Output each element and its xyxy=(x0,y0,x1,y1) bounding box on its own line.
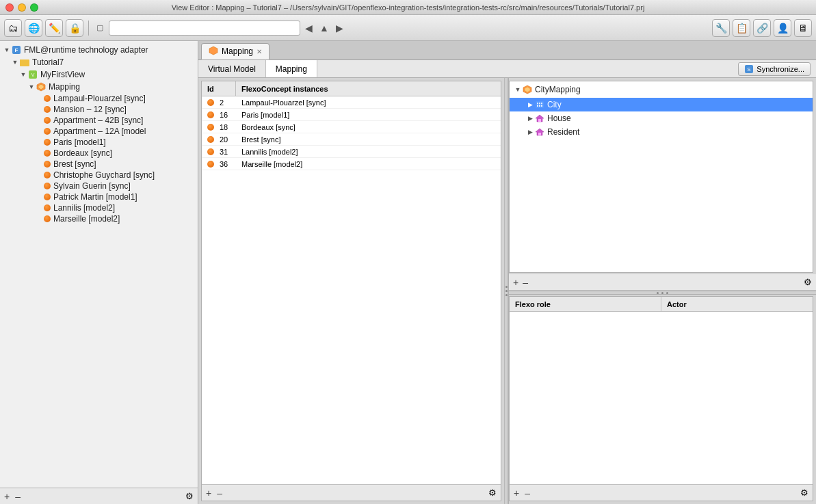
tree-item-house[interactable]: ▶ House xyxy=(510,111,813,125)
tab-close-button[interactable]: ✕ xyxy=(256,48,262,55)
cell-label: Paris [model1] xyxy=(236,111,501,119)
instance-icon xyxy=(44,215,51,222)
minimize-button[interactable] xyxy=(18,3,26,12)
right-panel: Mapping ✕ Virtual Model Mapping S Synchr… xyxy=(198,41,816,504)
tree-item-lannilis[interactable]: Lannilis [model2] xyxy=(0,202,198,213)
row-icon xyxy=(207,148,214,155)
expand-arrow[interactable]: ▶ xyxy=(526,115,534,122)
tree-item-appt42b[interactable]: Appartment – 42B [sync] xyxy=(0,115,198,126)
window-controls[interactable] xyxy=(5,3,38,12)
lower-remove-button[interactable]: – xyxy=(523,278,528,287)
tree-item-city[interactable]: ▶ City xyxy=(510,98,813,111)
tree-item-paris[interactable]: Paris [model1] xyxy=(0,137,198,148)
expand-arrow[interactable]: ▶ xyxy=(526,101,534,108)
table-row[interactable]: 2 Lampaul-Plouarzel [sync] xyxy=(202,96,501,109)
cell-id: 2 xyxy=(202,98,236,107)
table-row[interactable]: 31 Lannilis [model2] xyxy=(202,146,501,158)
drag-dot xyxy=(666,292,668,294)
panel-tabs: Virtual Model Mapping S Synchronize... xyxy=(198,60,816,78)
nav-back-button[interactable]: ◀ xyxy=(303,21,315,35)
table-row[interactable]: 36 Marseille [model2] xyxy=(202,158,501,170)
lower-table-panel: Flexo role Actor + – ⚙ xyxy=(509,296,813,501)
left-tree: ▼ F FML@runtime technology adapter ▼ xyxy=(0,41,198,488)
cell-label: Marseille [model2] xyxy=(236,160,501,168)
maximize-button[interactable] xyxy=(30,3,38,12)
tab-mapping-view[interactable]: Mapping xyxy=(266,60,317,77)
lower-gear-button[interactable]: ⚙ xyxy=(804,277,812,287)
expand-arrow[interactable]: ▶ xyxy=(526,129,534,135)
toolbar-right-btn-2[interactable]: 📋 xyxy=(733,19,750,37)
toolbar-icon-1[interactable]: 🗂 xyxy=(4,19,22,37)
tree-item-fml-adapter[interactable]: ▼ F FML@runtime technology adapter xyxy=(0,44,198,56)
instance-icon xyxy=(44,183,51,189)
tree-item-sylvain[interactable]: Sylvain Guerin [sync] xyxy=(0,181,198,191)
row-icon xyxy=(207,161,214,168)
left-gear-button[interactable]: ⚙ xyxy=(185,491,194,501)
toolbar-right-btn-1[interactable]: 🔧 xyxy=(712,19,730,37)
window-title: View Editor : Mapping – Tutorial7 – /Use… xyxy=(172,3,645,12)
tree-item-bordeaux[interactable]: Bordeaux [sync] xyxy=(0,148,198,159)
tab-virtual-model[interactable]: Virtual Model xyxy=(198,60,266,77)
table-remove-button[interactable]: – xyxy=(217,488,222,498)
left-panel: ▼ F FML@runtime technology adapter ▼ xyxy=(0,41,198,504)
drag-dot xyxy=(657,292,659,294)
tree-item-marseille[interactable]: Marseille [model2] xyxy=(0,213,198,224)
close-button[interactable] xyxy=(5,3,14,12)
expand-arrow[interactable]: ▼ xyxy=(514,86,522,93)
tab-mapping-icon xyxy=(209,46,218,57)
row-icon xyxy=(207,99,214,106)
tree-item-tutorial7[interactable]: ▼ Tutorial7 xyxy=(0,56,198,68)
citymapping-icon xyxy=(522,84,533,95)
table-row[interactable]: 20 Brest [sync] xyxy=(202,133,501,146)
left-add-button[interactable]: + xyxy=(4,492,10,501)
tree-item-christophe[interactable]: Christophe Guychard [sync] xyxy=(0,170,198,181)
drag-handle[interactable] xyxy=(509,291,816,295)
instance-label: Lannilis [model2] xyxy=(53,203,115,213)
left-remove-button[interactable]: – xyxy=(15,492,21,501)
splitter-dot xyxy=(505,286,508,288)
expand-arrow[interactable]: ▼ xyxy=(27,83,36,90)
expand-arrow[interactable]: ▼ xyxy=(3,47,11,53)
tree-item-brest[interactable]: Brest [sync] xyxy=(0,159,198,170)
tree-item-citymapping[interactable]: ▼ CityMapping xyxy=(510,81,813,98)
lower-table-remove-button[interactable]: – xyxy=(525,488,530,498)
tree-item-mansion[interactable]: Mansion – 12 [sync] xyxy=(0,104,198,115)
toolbar-icon-2[interactable]: 🌐 xyxy=(25,19,42,37)
tab-mapping[interactable]: Mapping ✕ xyxy=(201,43,269,59)
instance-icon xyxy=(44,106,51,113)
tree-item-myfirstview[interactable]: ▼ V MyFirstView xyxy=(0,68,198,81)
lower-table-gear-button[interactable]: ⚙ xyxy=(800,488,808,498)
table-row[interactable]: 16 Paris [model1] xyxy=(202,109,501,121)
tree-item-mapping[interactable]: ▼ Mapping xyxy=(0,81,198,93)
tree-item-lampaul[interactable]: Lampaul-Plouarzel [sync] xyxy=(0,93,198,104)
expand-arrow[interactable]: ▼ xyxy=(19,71,27,78)
nav-forward-button[interactable]: ▶ xyxy=(334,21,345,35)
tree-item-resident[interactable]: ▶ Resident xyxy=(510,125,813,139)
cell-label: Lannilis [model2] xyxy=(236,148,501,156)
lower-table-add-button[interactable]: + xyxy=(514,488,519,498)
fml-adapter-label: FML@runtime technology adapter xyxy=(24,45,148,55)
toolbar-icon-5[interactable]: ▢ xyxy=(94,22,106,34)
nav-up-button[interactable]: ▲ xyxy=(317,21,331,35)
expand-arrow[interactable]: ▼ xyxy=(11,59,19,66)
table-gear-button[interactable]: ⚙ xyxy=(488,488,497,498)
toolbar-right-btn-4[interactable]: 👤 xyxy=(774,19,791,37)
toolbar-icon-3[interactable]: ✏️ xyxy=(45,19,63,37)
mapping-tab-label: Mapping xyxy=(276,64,307,74)
tutorial7-label: Tutorial7 xyxy=(32,57,64,67)
lower-add-button[interactable]: + xyxy=(513,278,518,287)
toolbar-icon-4[interactable]: 🔒 xyxy=(66,19,83,37)
tree-item-patrick[interactable]: Patrick Martin [model1] xyxy=(0,191,198,202)
svg-rect-16 xyxy=(541,103,542,104)
svg-text:S: S xyxy=(748,66,751,72)
toolbar-right-btn-5[interactable]: 🖥 xyxy=(794,19,812,37)
tree-item-appt12a[interactable]: Appartment – 12A [model xyxy=(0,126,198,137)
instance-icon xyxy=(44,150,51,157)
table-add-button[interactable]: + xyxy=(206,488,211,498)
upper-tree-panel: ▼ CityMapping ▶ xyxy=(509,81,813,273)
toolbar-right-btn-3[interactable]: 🔗 xyxy=(753,19,771,37)
table-row[interactable]: 18 Bordeaux [sync] xyxy=(202,121,501,133)
synchronize-button[interactable]: S Synchronize... xyxy=(738,62,811,76)
project-name-input[interactable]: Tutorial7 xyxy=(109,21,300,36)
instance-icon xyxy=(44,117,51,124)
